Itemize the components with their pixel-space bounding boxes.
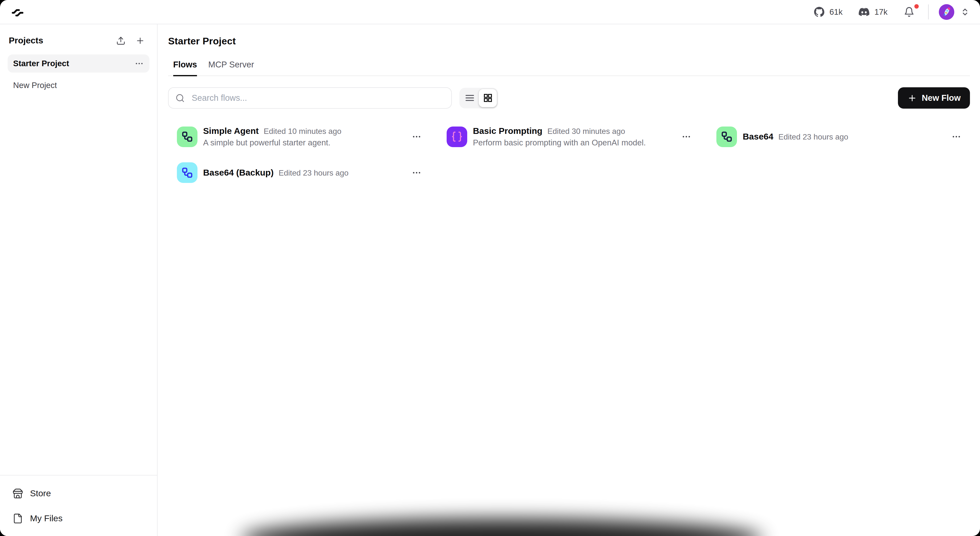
my-files-label: My Files: [30, 514, 62, 523]
flow-card[interactable]: Basic Prompting Edited 30 minutes ago Pe…: [445, 122, 700, 151]
github-star-count: 61k: [830, 7, 843, 17]
account-switcher[interactable]: [961, 8, 969, 16]
notification-dot: [914, 4, 919, 9]
flow-description: Perform basic prompting with an OpenAI m…: [473, 138, 646, 147]
sidebar-item-my-files[interactable]: My Files: [8, 511, 150, 526]
topbar-actions: 61k 17k: [814, 4, 969, 20]
flow-name: Basic Prompting: [473, 126, 542, 136]
project-menu-button[interactable]: [135, 59, 144, 68]
chevrons-up-down-icon: [961, 8, 969, 16]
grid-view-button[interactable]: [479, 89, 497, 107]
projects-actions: [116, 35, 150, 46]
flow-name: Base64 (Backup): [203, 168, 274, 178]
flow-name: Simple Agent: [203, 126, 259, 136]
discord-members[interactable]: 17k: [859, 6, 888, 17]
sidebar-project-item[interactable]: Starter Project: [8, 54, 150, 73]
sidebar-item-store[interactable]: Store: [8, 486, 150, 501]
plus-icon: [907, 93, 917, 103]
flow-card-body: Basic Prompting Edited 30 minutes ago Pe…: [473, 126, 646, 147]
flow-description: A simple but powerful starter agent.: [203, 138, 341, 147]
project-name: Starter Project: [13, 59, 69, 68]
plus-icon: [135, 36, 145, 45]
view-toggle: [460, 88, 498, 108]
store-label: Store: [30, 488, 51, 498]
flow-menu-button[interactable]: [410, 166, 423, 179]
flow-card[interactable]: Simple Agent Edited 10 minutes ago A sim…: [176, 122, 431, 151]
project-name: New Project: [13, 81, 57, 90]
top-bar: 61k 17k: [0, 0, 980, 24]
ellipsis-icon: [412, 168, 422, 178]
ellipsis-icon: [681, 132, 691, 142]
bell-icon: [904, 6, 914, 17]
projects-header: Projects: [8, 35, 150, 46]
list-view-button[interactable]: [461, 89, 479, 107]
new-flow-label: New Flow: [922, 93, 961, 103]
braces-icon: [447, 126, 467, 147]
flow-card-body: Simple Agent Edited 10 minutes ago A sim…: [203, 126, 341, 147]
list-view-icon: [465, 93, 475, 103]
github-stars[interactable]: 61k: [814, 6, 843, 17]
tab-mcp-server[interactable]: MCP Server: [208, 60, 254, 75]
upload-icon: [116, 36, 126, 45]
flow-card[interactable]: Base64 Edited 23 hours ago: [715, 122, 970, 151]
sidebar-footer: Store My Files: [0, 475, 157, 536]
store-icon: [13, 488, 23, 499]
tab-bar: Flows MCP Server: [168, 60, 970, 76]
flow-card-body: Base64 Edited 23 hours ago: [743, 132, 848, 142]
flow-edited-time: Edited 10 minutes ago: [264, 127, 341, 136]
flow-card-body: Base64 (Backup) Edited 23 hours ago: [203, 168, 348, 178]
github-icon: [814, 6, 824, 17]
workflow-icon: [716, 126, 737, 147]
topbar-divider: [928, 5, 929, 19]
upload-project-button[interactable]: [116, 35, 126, 46]
rocket-icon: [940, 6, 952, 18]
ellipsis-icon: [412, 132, 422, 142]
sidebar-project-item[interactable]: New Project: [8, 76, 150, 94]
flow-name: Base64: [743, 132, 773, 142]
discord-member-count: 17k: [874, 7, 888, 17]
langflow-logo[interactable]: [11, 5, 24, 19]
projects-title: Projects: [9, 35, 43, 46]
search-icon: [175, 93, 185, 103]
main-content: Starter Project Flows MCP Server: [158, 24, 980, 536]
flow-edited-time: Edited 23 hours ago: [778, 132, 848, 142]
flow-edited-time: Edited 23 hours ago: [278, 168, 348, 177]
add-project-button[interactable]: [135, 35, 145, 46]
search-box: [168, 87, 452, 108]
flow-card[interactable]: Base64 (Backup) Edited 23 hours ago: [176, 159, 431, 187]
flow-edited-time: Edited 30 minutes ago: [547, 127, 625, 136]
user-avatar[interactable]: [939, 4, 955, 20]
app-window: 61k 17k: [0, 0, 980, 536]
tab-flows[interactable]: Flows: [173, 60, 197, 76]
notifications-button[interactable]: [904, 6, 914, 17]
ellipsis-icon: [135, 59, 144, 68]
flow-menu-button[interactable]: [680, 131, 693, 143]
search-input[interactable]: [190, 93, 444, 104]
ellipsis-icon: [951, 132, 961, 142]
new-flow-button[interactable]: New Flow: [898, 87, 970, 108]
flow-menu-button[interactable]: [410, 131, 423, 143]
screen: 61k 17k: [0, 0, 980, 536]
workflow-icon: [177, 126, 197, 147]
flows-toolbar: New Flow: [168, 87, 970, 108]
project-list: Starter Project New Project: [8, 54, 150, 94]
file-icon: [13, 513, 23, 524]
grid-view-icon: [483, 93, 493, 103]
flow-grid: Simple Agent Edited 10 minutes ago A sim…: [176, 122, 970, 187]
flow-menu-button[interactable]: [950, 131, 963, 143]
page-title: Starter Project: [168, 35, 970, 46]
sidebar: Projects Starter Project New Project: [0, 24, 158, 536]
workflow-icon: [177, 162, 197, 183]
discord-icon: [859, 6, 869, 17]
